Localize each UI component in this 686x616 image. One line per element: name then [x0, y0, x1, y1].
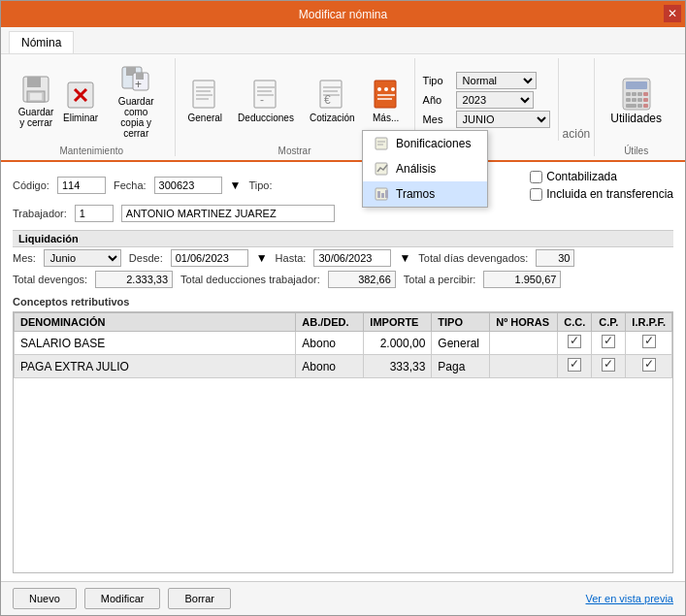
borrar-button[interactable]: Borrar — [168, 588, 231, 609]
total-dias-input — [536, 249, 574, 267]
svg-rect-52 — [381, 193, 384, 198]
trabajador-name-input[interactable] — [121, 205, 335, 222]
dropdown-analisis[interactable]: Análisis — [363, 156, 487, 181]
row2-tipo: Paga — [432, 355, 490, 378]
row1-denominacion: SALARIO BASE — [15, 332, 296, 355]
bottom-buttons: Nuevo Modificar Borrar — [13, 588, 231, 609]
mantenimiento-label: Mantenimiento — [59, 144, 123, 156]
utilidades-label: Utilidades — [610, 112, 662, 125]
svg-rect-3 — [30, 93, 42, 100]
dropdown-tramos[interactable]: Tramos — [363, 181, 487, 207]
svg-point-30 — [391, 87, 395, 91]
table-container: DENOMINACIÓN AB./DED. IMPORTE TIPO Nº HO… — [13, 311, 673, 573]
col-horas: Nº HORAS — [490, 313, 558, 332]
conceptos-header: Conceptos retributivos — [13, 296, 673, 308]
anio-select[interactable]: 2022 2023 2024 — [456, 91, 534, 109]
top-form-row: Código: Fecha: ▼ Tipo: Contabilizada Inc… — [13, 170, 673, 201]
incluida-checkbox[interactable] — [530, 188, 542, 201]
fecha-input[interactable] — [154, 177, 222, 194]
row1-cc-checkbox[interactable] — [568, 335, 581, 348]
guardar-copia-button[interactable]: + Guardar comocopia y cerrar — [104, 58, 169, 144]
total-devengos-input — [95, 271, 173, 288]
codigo-input[interactable] — [57, 177, 106, 194]
cotizacion-button[interactable]: € Cotización — [303, 75, 362, 128]
mas-button[interactable]: Más... — [364, 75, 408, 128]
mes-select[interactable]: ENEROFEBREROMARZO ABRILMAYOJUNIO JULIOAG… — [456, 111, 550, 128]
general-label: General — [188, 113, 223, 123]
desde-dropdown-icon[interactable]: ▼ — [256, 251, 268, 265]
general-button[interactable]: General — [181, 75, 230, 128]
anio-row: Año 2022 2023 2024 — [423, 91, 550, 109]
svg-text:+: + — [135, 78, 142, 91]
cotizacion-icon: € — [316, 80, 347, 111]
modificar-button[interactable]: Modificar — [84, 588, 161, 609]
close-button[interactable]: ✕ — [664, 5, 681, 22]
contabilizada-row: Contabilizada — [530, 170, 673, 183]
mostrar-label: Mostrar — [278, 144, 311, 156]
calc-icon — [619, 77, 654, 112]
svg-rect-51 — [377, 191, 380, 198]
vista-previa-link[interactable]: Ver en vista previa — [586, 593, 674, 604]
tramos-icon — [375, 186, 390, 202]
row1-irpf-checkbox[interactable] — [642, 335, 656, 348]
bonificaciones-label: Bonificaciones — [396, 137, 471, 150]
guardar-button[interactable]: Guardary cerrar — [15, 69, 57, 133]
mes-liquidacion-select[interactable]: Junio — [44, 249, 121, 267]
trabajador-label: Trabajador: — [13, 208, 67, 219]
row2-cp — [592, 355, 626, 378]
row2-cc-checkbox[interactable] — [568, 358, 581, 372]
row2-cp-checkbox[interactable] — [602, 358, 615, 372]
svg-rect-53 — [385, 190, 388, 198]
nuevo-button[interactable]: Nuevo — [13, 588, 77, 609]
dropdown-bonificaciones[interactable]: Bonificaciones — [363, 131, 487, 156]
svg-rect-35 — [626, 92, 631, 96]
table-row[interactable]: SALARIO BASE Abono 2.000,00 General — [15, 332, 672, 355]
guardar-label: Guardary cerrar — [18, 107, 54, 128]
svg-text:-: - — [260, 93, 264, 107]
liquidacion-row1: Mes: Junio Desde: ▼ Hasta: ▼ Total días … — [13, 249, 673, 267]
col-cp: C.P. — [592, 313, 626, 332]
svg-rect-1 — [27, 77, 41, 87]
hasta-dropdown-icon[interactable]: ▼ — [399, 251, 410, 265]
svg-point-28 — [377, 87, 381, 91]
mes-field-label: Mes — [423, 113, 452, 125]
utilidades-button[interactable]: Utilidades — [603, 58, 670, 144]
svg-point-29 — [384, 87, 388, 91]
row2-irpf-checkbox[interactable] — [642, 358, 656, 372]
table-row[interactable]: PAGA EXTRA JULIO Abono 333,33 Paga — [15, 355, 672, 378]
svg-rect-45 — [643, 104, 648, 108]
svg-rect-40 — [632, 98, 637, 102]
row2-ab-ded: Abono — [296, 355, 364, 378]
svg-rect-17 — [254, 81, 276, 108]
mas-label: Más... — [373, 113, 399, 123]
svg-rect-38 — [643, 92, 648, 96]
deducciones-button[interactable]: - Deducciones — [231, 75, 301, 128]
col-ab-ded: AB./DED. — [296, 313, 364, 332]
anio-field-label: Año — [423, 94, 452, 106]
hasta-input[interactable] — [313, 249, 391, 267]
col-irpf: I.R.P.F. — [626, 313, 672, 332]
desde-input[interactable] — [171, 249, 248, 267]
utiles-section-label: Útiles — [624, 144, 648, 156]
tab-nomina[interactable]: Nómina — [9, 31, 74, 53]
utilidades-section: Utilidades Útiles — [595, 58, 677, 156]
cotizacion-section-label: ación — [559, 58, 596, 156]
row2-irpf — [626, 355, 672, 378]
row2-horas — [490, 355, 558, 378]
checkbox-group: Contabilizada Incluida en transferencia — [530, 170, 673, 201]
eliminar-label: Eliminar — [63, 113, 98, 123]
row1-cp-checkbox[interactable] — [602, 335, 615, 348]
eliminar-button[interactable]: Eliminar — [59, 75, 102, 128]
col-importe: IMPORTE — [364, 313, 432, 332]
row2-cc — [558, 355, 592, 378]
fecha-dropdown-icon[interactable]: ▼ — [230, 178, 242, 192]
row1-cc — [558, 332, 592, 355]
col-denominacion: DENOMINACIÓN — [15, 313, 296, 332]
bottom-bar: Nuevo Modificar Borrar Ver en vista prev… — [1, 581, 685, 615]
tipo-select[interactable]: Normal Extra Vacaciones — [456, 72, 537, 89]
total-percibir-input — [483, 271, 561, 288]
contabilizada-label: Contabilizada — [546, 170, 617, 183]
contabilizada-checkbox[interactable] — [530, 171, 542, 183]
trabajador-id-input[interactable] — [75, 205, 114, 222]
incluida-row: Incluida en transferencia — [530, 187, 673, 201]
